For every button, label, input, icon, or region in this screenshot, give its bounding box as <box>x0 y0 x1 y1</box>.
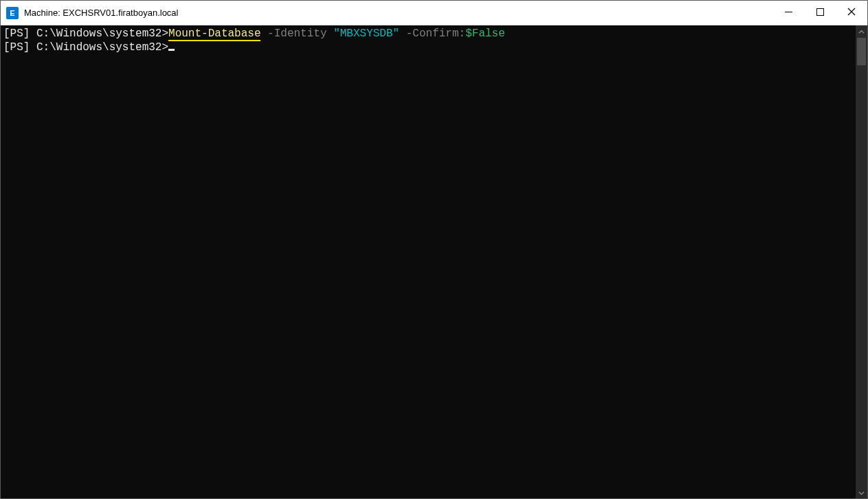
chevron-down-icon <box>858 487 865 499</box>
window-title: Machine: EXCHSRV01.firatboyan.local <box>24 8 179 18</box>
terminal-line: [PS] C:\Windows\system32>Mount-Database … <box>3 27 856 41</box>
titlebar[interactable]: E Machine: EXCHSRV01.firatboyan.local <box>1 1 867 25</box>
app-icon: E <box>6 7 19 19</box>
cursor <box>168 49 175 51</box>
prompt-path: C:\Windows\system32 <box>36 41 162 54</box>
string-literal: "MBXSYSDB" <box>333 27 399 40</box>
prompt-gt: > <box>162 27 168 40</box>
space <box>260 27 267 40</box>
param-identity: -Identity <box>267 27 326 40</box>
bool-literal: $False <box>465 27 505 40</box>
minimize-icon <box>785 8 792 18</box>
console-window: E Machine: EXCHSRV01.firatboyan.local <box>0 0 868 499</box>
bracket-close: ] <box>23 41 36 54</box>
scrollbar-down-button[interactable] <box>856 487 867 498</box>
vertical-scrollbar[interactable] <box>856 25 867 498</box>
terminal-line: [PS] C:\Windows\system32> <box>3 41 856 54</box>
bracket-close: ] <box>23 27 36 40</box>
prompt-path: C:\Windows\system32 <box>36 27 162 40</box>
svg-rect-0 <box>785 12 792 12</box>
space <box>399 27 406 40</box>
maximize-icon <box>816 8 824 18</box>
param-confirm: -Confirm: <box>406 27 465 40</box>
app-icon-letter: E <box>10 9 14 17</box>
window-controls <box>772 1 867 25</box>
close-icon <box>847 8 856 18</box>
scrollbar-up-button[interactable] <box>856 25 867 37</box>
scrollbar-thumb[interactable] <box>857 38 866 65</box>
cmdlet-name: Mount-Database <box>168 27 260 41</box>
close-button[interactable] <box>836 1 867 25</box>
prompt-gt: > <box>162 41 168 54</box>
terminal-output[interactable]: [PS] C:\Windows\system32>Mount-Database … <box>1 25 856 498</box>
bracket-open: [ <box>3 41 10 54</box>
chevron-up-icon <box>858 25 865 38</box>
svg-rect-1 <box>816 9 823 16</box>
space <box>327 27 334 40</box>
minimize-button[interactable] <box>772 1 804 25</box>
terminal-area: [PS] C:\Windows\system32>Mount-Database … <box>1 25 867 498</box>
maximize-button[interactable] <box>804 1 836 25</box>
bracket-open: [ <box>3 27 10 40</box>
ps-tag: PS <box>10 41 23 54</box>
ps-tag: PS <box>10 27 23 40</box>
